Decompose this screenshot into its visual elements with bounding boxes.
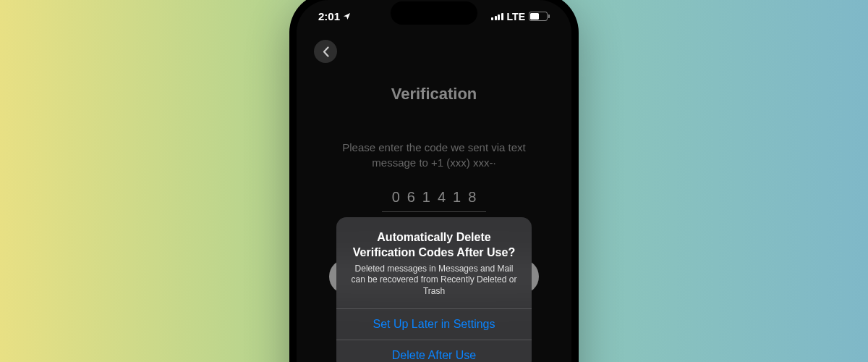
instruction-text: Please enter the code we sent via text m… (326, 140, 542, 170)
dynamic-island (391, 1, 477, 25)
delete-after-use-button[interactable]: Delete After Use (336, 340, 532, 362)
signal-icon (491, 12, 503, 20)
battery-icon: 48 (529, 12, 550, 21)
status-time: 2:01 (318, 10, 340, 22)
page-title: Verification (326, 85, 542, 104)
verification-code-input[interactable]: 061418 (382, 189, 487, 212)
setup-later-button[interactable]: Set Up Later in Settings (336, 308, 532, 340)
location-icon (343, 10, 351, 22)
confirmation-dialog: Automatically Delete Verification Codes … (336, 217, 532, 362)
status-left: 2:01 (318, 10, 351, 22)
phone-screen: 2:01 LTE 48 (297, 0, 571, 362)
network-label: LTE (507, 11, 525, 22)
content-area: Verification Please enter the code we se… (297, 63, 571, 212)
dialog-title: Automatically Delete Verification Codes … (348, 230, 520, 261)
dialog-header: Automatically Delete Verification Codes … (336, 217, 532, 308)
dialog-subtitle: Deleted messages in Messages and Mail ca… (348, 264, 520, 298)
status-right: LTE 48 (491, 11, 550, 22)
back-button[interactable] (314, 40, 337, 63)
chevron-left-icon (323, 46, 329, 57)
phone-frame: 2:01 LTE 48 (289, 0, 579, 362)
battery-percent: 48 (534, 12, 542, 20)
